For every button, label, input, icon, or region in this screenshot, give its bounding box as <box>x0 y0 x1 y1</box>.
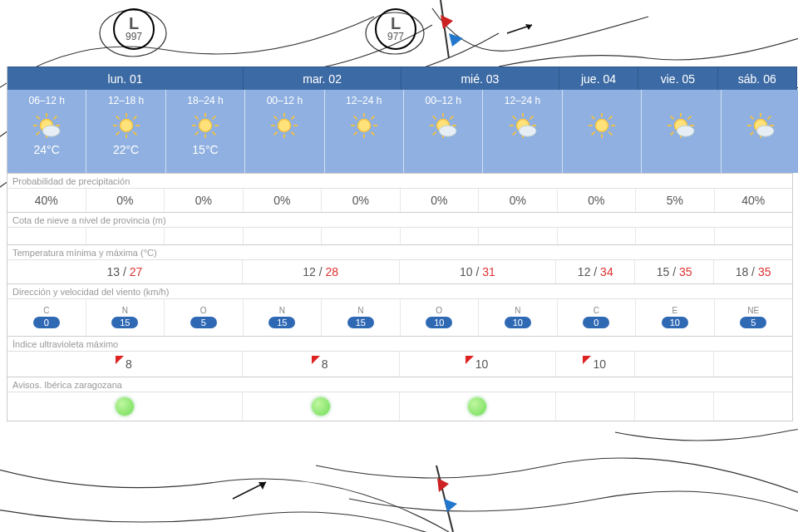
wind-direction: N <box>279 307 285 315</box>
pressure-system-label: L977 <box>375 8 416 50</box>
svg-point-17 <box>42 126 60 136</box>
snow-cell <box>558 228 637 244</box>
temp-cell: 12 / 34 <box>556 260 635 283</box>
wind-cell: C0 <box>7 299 86 336</box>
slot-temperature: 15°C <box>166 143 244 156</box>
svg-line-40 <box>274 116 278 120</box>
svg-line-90 <box>688 116 692 120</box>
svg-line-68 <box>512 116 515 120</box>
svg-line-49 <box>353 116 357 120</box>
svg-line-80 <box>592 132 595 135</box>
sun-icon <box>191 111 219 140</box>
svg-line-97 <box>750 116 753 120</box>
uv-cell <box>714 352 792 377</box>
alert-green-icon <box>468 397 486 416</box>
wind-cell: O5 <box>165 299 244 336</box>
wind-cell: N15 <box>244 299 323 336</box>
time-range: 06–12 h <box>7 95 86 108</box>
alerts-row <box>7 392 792 421</box>
svg-point-35 <box>199 119 211 131</box>
wind-cell: N10 <box>479 299 558 336</box>
time-slot[interactable] <box>722 90 798 173</box>
wind-row: C0N15O5N15N15O10N10C0E10NE5 <box>7 298 792 336</box>
time-slot[interactable]: 18–24 h15°C <box>166 90 245 173</box>
svg-line-34 <box>212 116 215 120</box>
precip-cell: 0% <box>244 189 323 212</box>
wind-direction: N <box>515 307 520 315</box>
wind-cell: C0 <box>558 299 637 336</box>
row-label-precip: Probabilidad de precipitación <box>7 173 792 188</box>
day-header[interactable]: sáb. 06 <box>718 66 797 90</box>
wind-speed-badge: 0 <box>583 317 609 328</box>
alert-green-icon <box>312 397 330 416</box>
sun-cloud-icon <box>509 111 537 140</box>
day-header[interactable]: lun. 01 <box>7 66 244 90</box>
day-header[interactable]: mié. 03 <box>401 66 559 90</box>
uv-flag-icon <box>312 356 320 364</box>
precip-cell: 5% <box>636 189 715 212</box>
snow-cell <box>244 228 323 244</box>
svg-line-71 <box>530 116 533 120</box>
time-slot[interactable]: 00–12 h <box>404 90 483 173</box>
svg-line-43 <box>292 116 295 120</box>
svg-point-63 <box>439 126 456 136</box>
wind-cell: O10 <box>401 299 480 336</box>
uv-cell: 8 <box>243 352 400 377</box>
svg-line-87 <box>671 116 674 120</box>
time-slot[interactable]: 06–12 h24°C <box>7 90 86 173</box>
temp-row: 13 / 2712 / 2810 / 3112 / 3415 / 3518 / … <box>7 259 792 283</box>
snow-cell <box>322 228 401 244</box>
precip-cell: 0% <box>165 189 244 212</box>
time-range: 18–24 h <box>166 95 244 108</box>
time-slot[interactable]: 12–24 h <box>483 90 562 173</box>
wind-speed-badge: 10 <box>505 317 531 328</box>
svg-point-92 <box>677 126 695 136</box>
svg-line-15 <box>54 116 57 120</box>
wind-speed-badge: 5 <box>190 317 217 328</box>
day-header[interactable]: vie. 05 <box>638 66 717 90</box>
uv-flag-icon <box>466 356 474 364</box>
wind-direction: N <box>122 307 128 315</box>
uv-cell: 8 <box>7 352 243 377</box>
svg-line-99 <box>750 132 753 135</box>
svg-line-41 <box>292 132 295 135</box>
uv-cell <box>635 352 714 377</box>
time-slot[interactable] <box>642 90 721 173</box>
uv-value: 10 <box>475 357 489 371</box>
svg-marker-5 <box>444 499 457 512</box>
time-slot[interactable]: 00–12 h <box>245 90 324 173</box>
day-header[interactable]: mar. 02 <box>244 66 401 90</box>
svg-line-23 <box>133 132 136 135</box>
svg-line-22 <box>116 116 119 120</box>
time-slot[interactable]: 12–18 h22°C <box>86 90 165 173</box>
wind-cell: N15 <box>322 299 401 336</box>
snow-cell <box>7 228 86 244</box>
precip-cell: 0% <box>558 189 637 212</box>
svg-line-51 <box>353 132 357 135</box>
svg-point-53 <box>357 119 370 131</box>
time-range <box>642 95 720 108</box>
snow-cell <box>479 228 558 244</box>
wind-cell: N15 <box>86 299 165 336</box>
wind-speed-badge: 15 <box>268 317 295 328</box>
svg-line-81 <box>608 116 612 120</box>
temp-cell: 10 / 31 <box>400 260 557 283</box>
time-range: 00–12 h <box>245 95 323 108</box>
forecast-table: lun. 01mar. 02mié. 03jue. 04vie. 05sáb. … <box>7 66 793 421</box>
uv-flag-icon <box>583 356 591 364</box>
time-slot[interactable]: 12–24 h <box>325 90 404 173</box>
day-header[interactable]: jue. 04 <box>559 66 638 90</box>
time-range: 12–18 h <box>86 95 165 108</box>
slot-temperature: 24°C <box>7 143 86 156</box>
wind-direction: O <box>436 307 442 315</box>
time-slot[interactable] <box>563 90 642 173</box>
wind-direction: NE <box>747 307 759 315</box>
sun-icon <box>350 111 378 140</box>
wind-direction: N <box>357 307 363 315</box>
temp-cell: 15 / 35 <box>635 260 714 283</box>
svg-line-33 <box>195 132 199 135</box>
wind-direction: E <box>672 307 677 315</box>
wind-speed-badge: 5 <box>740 317 766 328</box>
wind-direction: C <box>594 307 599 315</box>
wind-cell: NE5 <box>715 299 793 336</box>
